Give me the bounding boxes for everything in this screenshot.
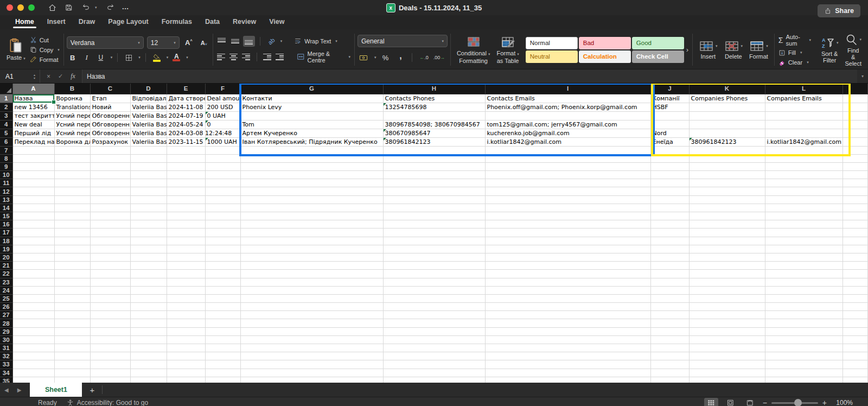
cell-A9[interactable] (12, 162, 54, 170)
cell-J25[interactable] (650, 294, 689, 302)
cell-C13[interactable] (90, 195, 130, 204)
cell-F4[interactable]: 0 (205, 120, 240, 129)
tab-review[interactable]: Review (226, 16, 263, 29)
cell-L9[interactable] (765, 162, 843, 170)
cell-L11[interactable] (765, 179, 843, 187)
cell-A8[interactable] (12, 154, 54, 162)
cell-L7[interactable] (765, 146, 843, 154)
cell-J20[interactable] (650, 253, 689, 261)
cell-B31[interactable] (54, 344, 90, 352)
cell-H21[interactable] (383, 262, 485, 270)
undo-button[interactable]: ▾ (81, 3, 98, 12)
cell-m21[interactable] (843, 262, 867, 270)
cell-H16[interactable] (383, 220, 485, 229)
cell-D14[interactable] (130, 204, 167, 212)
cell-L31[interactable] (765, 344, 843, 352)
cell-I19[interactable] (485, 245, 650, 253)
cell-E11[interactable] (167, 179, 205, 187)
cell-m15[interactable] (843, 212, 867, 220)
row-header-13[interactable]: 13 (0, 195, 12, 204)
cell-C31[interactable] (90, 344, 130, 352)
cell-L6[interactable]: i.kotliar1842@gmail.com (765, 137, 843, 146)
cell-A31[interactable] (12, 344, 54, 352)
cell-A14[interactable] (12, 204, 54, 212)
cell-L12[interactable] (765, 187, 843, 195)
cell-K22[interactable] (689, 270, 765, 278)
cell-F15[interactable] (205, 212, 240, 220)
row-header-25[interactable]: 25 (0, 294, 12, 302)
cell-K15[interactable] (689, 212, 765, 220)
cell-I2[interactable]: Phoenix.off@gmail.com; Phoenix.korp@gmai… (485, 103, 650, 111)
cell-G16[interactable] (240, 220, 383, 229)
cell-G22[interactable] (240, 270, 383, 278)
cell-F21[interactable] (205, 262, 240, 270)
cell-K34[interactable] (689, 369, 765, 377)
cell-B9[interactable] (54, 162, 90, 170)
cell-D15[interactable] (130, 212, 167, 220)
cell-L15[interactable] (765, 212, 843, 220)
row-header-4[interactable]: 4 (0, 120, 12, 129)
row-header-21[interactable]: 21 (0, 262, 12, 270)
cell-A28[interactable] (12, 319, 54, 327)
row-header-14[interactable]: 14 (0, 204, 12, 212)
cell-G33[interactable] (240, 360, 383, 369)
cell-J24[interactable] (650, 286, 689, 294)
comma-style-button[interactable]: , (394, 50, 406, 65)
cell-H28[interactable] (383, 319, 485, 327)
cell-H15[interactable] (383, 212, 485, 220)
cell-C1[interactable]: Етап (90, 94, 130, 103)
cell-B26[interactable] (54, 303, 90, 311)
cell-K4[interactable] (689, 120, 765, 129)
cell-J29[interactable] (650, 327, 689, 335)
cell-G30[interactable] (240, 335, 383, 344)
cell-I27[interactable] (485, 311, 650, 319)
cell-H5[interactable]: 380670985647 (383, 129, 485, 137)
cell-A22[interactable] (12, 270, 54, 278)
cell-B24[interactable] (54, 286, 90, 294)
cell-E10[interactable] (167, 171, 205, 179)
cell-F1[interactable]: Deal amount (205, 94, 240, 103)
cell-E8[interactable] (167, 154, 205, 162)
cell-I32[interactable] (485, 352, 650, 360)
page-break-view-button[interactable] (743, 398, 757, 406)
align-center-button[interactable] (228, 52, 239, 62)
cell-F9[interactable] (205, 162, 240, 170)
cell-L23[interactable] (765, 278, 843, 286)
row-header-2[interactable]: 2 (0, 103, 12, 111)
col-header-A[interactable]: A (12, 84, 54, 94)
cell-m14[interactable] (843, 204, 867, 212)
sheet-tab-sheet1[interactable]: Sheet1 (30, 383, 82, 397)
cell-B14[interactable] (54, 204, 90, 212)
cell-F29[interactable] (205, 327, 240, 335)
cell-m29[interactable] (843, 327, 867, 335)
cell-D19[interactable] (130, 245, 167, 253)
cell-A2[interactable]: new 13456 (12, 103, 54, 111)
cell-D9[interactable] (130, 162, 167, 170)
tab-view[interactable]: View (263, 16, 291, 29)
cell-B1[interactable]: Воронка (54, 94, 90, 103)
cell-F26[interactable] (205, 303, 240, 311)
formula-input[interactable]: Назва (82, 69, 857, 83)
cell-L19[interactable] (765, 245, 843, 253)
row-header-18[interactable]: 18 (0, 237, 12, 245)
cell-K16[interactable] (689, 220, 765, 229)
cut-button[interactable]: Cut (29, 36, 61, 44)
cell-I23[interactable] (485, 278, 650, 286)
clear-button[interactable]: Clear▾ (777, 59, 812, 67)
cell-E15[interactable] (167, 212, 205, 220)
cell-A25[interactable] (12, 294, 54, 302)
cell-A16[interactable] (12, 220, 54, 229)
align-right-button[interactable] (241, 52, 252, 62)
bold-button[interactable]: B (67, 52, 79, 63)
cell-m11[interactable] (843, 179, 867, 187)
col-header-F[interactable]: F (205, 84, 240, 94)
cell-m4[interactable] (843, 120, 867, 129)
cell-I14[interactable] (485, 204, 650, 212)
cell-C5[interactable]: Обговорення (90, 129, 130, 137)
cell-H9[interactable] (383, 162, 485, 170)
cell-D17[interactable] (130, 229, 167, 237)
cell-L25[interactable] (765, 294, 843, 302)
cell-C27[interactable] (90, 311, 130, 319)
cell-F35[interactable] (205, 377, 240, 383)
cell-B6[interactable]: Воронка для (54, 137, 90, 146)
